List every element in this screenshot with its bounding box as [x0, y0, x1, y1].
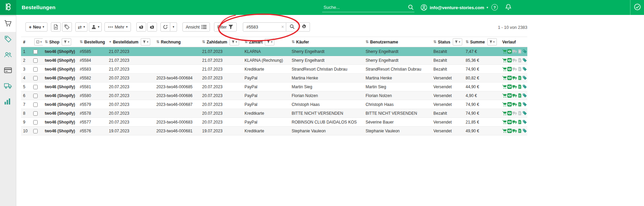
- table-row[interactable]: 7 two46 (Shopify) #5579 20.07.2023 2023-…: [21, 100, 527, 109]
- sort-icon[interactable]: ⇅: [245, 40, 248, 44]
- row-checkbox[interactable]: [33, 76, 38, 80]
- order-invoice-icon[interactable]: [518, 85, 522, 89]
- row-checkbox[interactable]: [33, 120, 38, 125]
- sort-icon[interactable]: ⇅: [466, 40, 469, 44]
- order-view-icon[interactable]: [507, 67, 512, 71]
- select-all-button[interactable]: ▾: [34, 38, 43, 45]
- tags-button[interactable]: [62, 22, 72, 32]
- order-shipping-icon[interactable]: [512, 58, 517, 62]
- sort-icon[interactable]: ⇅: [292, 40, 295, 44]
- refresh-button[interactable]: [160, 22, 170, 32]
- column-header-benutzername[interactable]: ⇅ Benutzername: [364, 37, 431, 47]
- clear-icon[interactable]: ×: [281, 24, 284, 29]
- sort-icon[interactable]: ⇅: [366, 40, 369, 44]
- order-invoice-icon[interactable]: [518, 93, 522, 98]
- order-shipping-icon[interactable]: [512, 111, 517, 115]
- refresh-options-button[interactable]: ▾: [170, 22, 177, 32]
- order-tag-icon[interactable]: [523, 67, 527, 71]
- filter-bestelldatum-button[interactable]: ▾: [141, 38, 150, 45]
- order-cart-icon[interactable]: [502, 49, 507, 54]
- column-header-summe[interactable]: ⇅ Summe ▾: [464, 37, 500, 47]
- cell-order-number[interactable]: #5583: [78, 65, 107, 74]
- order-view-icon[interactable]: [507, 85, 512, 89]
- order-invoice-icon[interactable]: [518, 111, 522, 115]
- order-cart-icon[interactable]: [502, 129, 507, 133]
- sort-icon[interactable]: ⇅: [433, 40, 436, 44]
- order-shipping-icon[interactable]: [512, 85, 517, 89]
- order-invoice-icon[interactable]: [518, 102, 522, 107]
- search-icon[interactable]: [408, 4, 414, 10]
- cell-order-number[interactable]: #5580: [78, 91, 107, 100]
- global-search-input[interactable]: [323, 4, 408, 10]
- sidebar-item-orders[interactable]: [0, 16, 16, 32]
- filter-zahlart-button[interactable]: ▾: [265, 38, 274, 45]
- cloud-upload-button[interactable]: [136, 22, 146, 32]
- table-row[interactable]: 2 two46 (Shopify) #5584 21.07.2023 21.07…: [21, 56, 527, 65]
- sidebar-item-customers[interactable]: [0, 48, 16, 63]
- row-checkbox[interactable]: [33, 50, 38, 54]
- table-row[interactable]: 3 two46 (Shopify) #5583 21.07.2023 21.07…: [21, 65, 527, 74]
- order-view-icon[interactable]: [507, 129, 512, 133]
- table-row[interactable]: 9 two46 (Shopify) #5577 20.07.2023 2023-…: [21, 118, 527, 127]
- row-checkbox[interactable]: [33, 58, 38, 63]
- sort-icon[interactable]: ⇅: [45, 40, 48, 44]
- order-search-settings-button[interactable]: [298, 22, 310, 32]
- order-view-icon[interactable]: [507, 102, 512, 107]
- order-invoice-icon[interactable]: [518, 76, 522, 80]
- filter-zahldatum-button[interactable]: ▾: [230, 38, 239, 45]
- order-search-input[interactable]: [243, 22, 286, 32]
- order-view-icon[interactable]: [507, 120, 512, 124]
- table-row[interactable]: 5 two46 (Shopify) #5581 20.07.2023 2023-…: [21, 82, 527, 91]
- sort-desc-icon[interactable]: ▼: [109, 41, 112, 43]
- filter-status-button[interactable]: ▾: [453, 38, 462, 45]
- cell-order-number[interactable]: #5576: [78, 127, 107, 135]
- sort-icon[interactable]: ⇅: [156, 40, 159, 44]
- order-view-icon[interactable]: [507, 76, 512, 80]
- column-header-rechnung[interactable]: ⇅ Rechnung: [154, 37, 200, 47]
- column-header-bestellung[interactable]: ⇅ Bestellung: [78, 37, 107, 47]
- cell-order-number[interactable]: #5584: [78, 56, 107, 65]
- order-tag-icon[interactable]: [523, 49, 527, 54]
- cell-order-number[interactable]: #5581: [78, 82, 107, 91]
- order-tag-icon[interactable]: [523, 120, 527, 124]
- order-cart-icon[interactable]: [502, 76, 507, 80]
- cell-order-number[interactable]: #5578: [78, 109, 107, 118]
- sidebar-item-stats[interactable]: [0, 94, 16, 110]
- more-button[interactable]: ⋯ Mehr ▾: [104, 22, 131, 32]
- filter-summe-button[interactable]: ▾: [487, 38, 497, 45]
- order-shipping-icon[interactable]: [512, 67, 517, 71]
- table-row[interactable]: 10 two46 (Shopify) #5576 19.07.2023 2023…: [21, 127, 527, 135]
- app-logo[interactable]: [0, 0, 16, 15]
- order-invoice-icon[interactable]: [518, 58, 522, 62]
- row-checkbox[interactable]: [33, 111, 38, 116]
- row-checkbox[interactable]: [33, 102, 38, 107]
- column-header-kaeufer[interactable]: ⇅ Käufer: [290, 37, 364, 47]
- order-shipping-icon[interactable]: [512, 49, 517, 54]
- column-header-shop[interactable]: ⇅ Shop ▾: [43, 37, 78, 47]
- order-tag-icon[interactable]: [523, 129, 527, 133]
- order-search-button[interactable]: [286, 22, 298, 32]
- cell-order-number[interactable]: #5582: [78, 74, 107, 82]
- cell-order-number[interactable]: #5585: [78, 47, 107, 56]
- help-icon[interactable]: ?: [491, 4, 498, 11]
- table-row[interactable]: 4 two46 (Shopify) #5582 20.07.2023 2023-…: [21, 74, 527, 82]
- column-header-zahldatum[interactable]: ⇅ Zahldatum ▾: [200, 37, 242, 47]
- order-shipping-icon[interactable]: [512, 76, 517, 80]
- order-shipping-icon[interactable]: [512, 120, 517, 124]
- order-shipping-icon[interactable]: [512, 129, 517, 133]
- view-button[interactable]: Ansicht: [182, 22, 210, 32]
- order-cart-icon[interactable]: [502, 111, 507, 115]
- order-view-icon[interactable]: [507, 93, 512, 98]
- order-shipping-icon[interactable]: [512, 93, 517, 98]
- table-row[interactable]: 8 two46 (Shopify) #5578 20.07.2023 20.07…: [21, 109, 527, 118]
- order-cart-icon[interactable]: [502, 85, 507, 89]
- order-view-icon[interactable]: [507, 49, 512, 54]
- state-change-button[interactable]: ⇄ ▾: [75, 22, 87, 32]
- cell-order-number[interactable]: #5577: [78, 118, 107, 127]
- order-invoice-icon[interactable]: [518, 120, 522, 124]
- order-shipping-icon[interactable]: [512, 102, 517, 107]
- sidebar-item-shipping[interactable]: [0, 79, 16, 94]
- order-tag-icon[interactable]: [523, 102, 527, 107]
- table-row[interactable]: 1 two46 (Shopify) #5585 21.07.2023 21.07…: [21, 47, 527, 56]
- sidebar-item-tags[interactable]: [0, 32, 16, 48]
